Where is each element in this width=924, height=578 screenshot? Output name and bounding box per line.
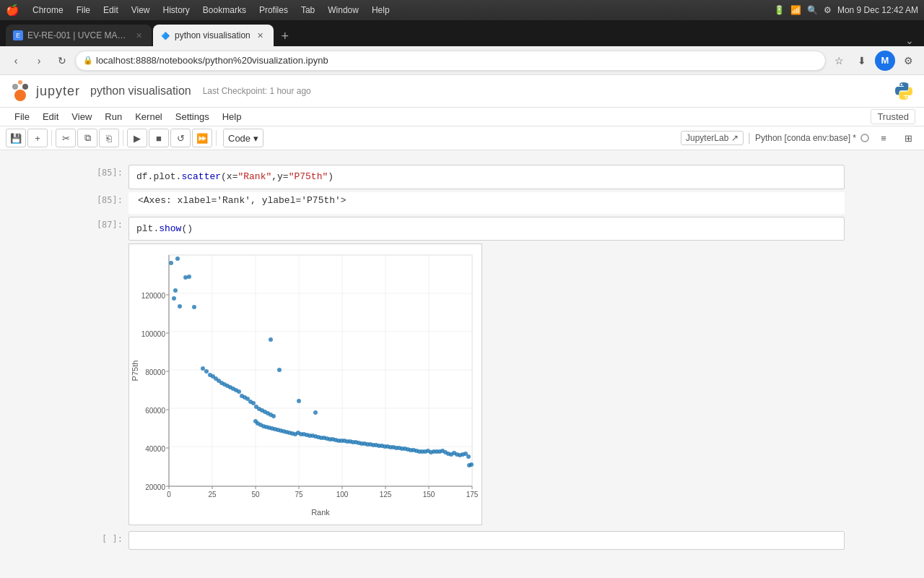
menu-bookmarks[interactable]: Bookmarks — [199, 4, 250, 17]
svg-text:100: 100 — [336, 491, 349, 499]
run-all-button[interactable]: ⏩ — [192, 129, 212, 147]
menu-view[interactable]: View — [127, 4, 154, 17]
svg-point-39 — [172, 296, 176, 301]
svg-point-143 — [467, 463, 471, 467]
svg-point-59 — [251, 401, 256, 405]
svg-point-147 — [183, 275, 188, 280]
lock-icon: 🔒 — [83, 56, 93, 65]
cell-87-content: plt.show() — [129, 217, 844, 241]
interrupt-button[interactable]: ■ — [149, 129, 169, 147]
menu-settings[interactable]: Settings — [170, 109, 215, 124]
paste-button[interactable]: ⎗ — [99, 129, 119, 147]
tab-favicon-1: E — [13, 30, 23, 40]
control-center-icon[interactable]: ⚙ — [824, 5, 832, 15]
address-bar: ‹ › ↻ 🔒 localhost:8888/notebooks/python%… — [0, 46, 924, 75]
menu-run[interactable]: Run — [99, 109, 128, 124]
kernel-name: Python [conda env:base] * — [755, 133, 856, 143]
jupyter-logo: jupyter — [9, 79, 80, 103]
kernel-list-button[interactable]: ≡ — [873, 129, 894, 147]
svg-point-151 — [313, 410, 318, 415]
menu-history[interactable]: History — [159, 4, 194, 17]
tab-favicon-2: 🔷 — [160, 30, 170, 40]
tab-ev-marvel[interactable]: E EV-RE-001 | UVCE MARVEL ✕ — [6, 25, 152, 46]
menu-edit[interactable]: Edit — [37, 109, 64, 124]
cell-85-number: [85]: — [79, 165, 123, 189]
cell-type-select[interactable]: Code ▾ — [223, 129, 263, 147]
restart-button[interactable]: ↺ — [170, 129, 191, 147]
svg-point-0 — [14, 90, 26, 101]
svg-point-3 — [18, 80, 22, 85]
back-button[interactable]: ‹ — [6, 51, 26, 71]
download-button[interactable]: ⬇ — [852, 51, 872, 71]
tab-title-2: python visualisation — [175, 30, 250, 40]
address-box[interactable]: 🔒 localhost:8888/notebooks/python%20visu… — [75, 51, 826, 71]
checkpoint-label: Last Checkpoint: 1 hour ago — [203, 86, 311, 96]
notebook-title[interactable]: python visualisation — [90, 85, 191, 98]
run-button[interactable]: ▶ — [127, 129, 147, 147]
tab-close-1[interactable]: ✕ — [133, 30, 144, 41]
titlebar: 🍎 Chrome File Edit View History Bookmark… — [0, 0, 924, 20]
add-cell-button[interactable]: + — [27, 129, 48, 147]
menu-help[interactable]: Help — [217, 109, 248, 124]
menu-file[interactable]: File — [9, 109, 35, 124]
svg-point-66 — [271, 414, 276, 418]
wifi-icon: 📶 — [790, 5, 801, 15]
tab-close-2[interactable]: ✕ — [255, 30, 266, 41]
svg-point-146 — [175, 256, 180, 261]
menu-tab[interactable]: Tab — [297, 4, 319, 17]
svg-point-4 — [901, 84, 902, 85]
svg-text:40000: 40000 — [145, 445, 165, 453]
svg-text:75: 75 — [295, 491, 303, 499]
profile-button[interactable]: M — [875, 51, 895, 71]
tab-strip-menu[interactable]: ⌄ — [905, 35, 914, 46]
forward-button[interactable]: › — [29, 51, 49, 71]
cell-85-out-body: <Axes: xlabel='Rank', ylabel='P75th'> — [128, 192, 845, 214]
cell-87-body[interactable]: plt.show() — [128, 217, 845, 241]
copy-button[interactable]: ⧉ — [77, 129, 97, 147]
svg-point-148 — [187, 275, 191, 279]
kernel-grid-button[interactable]: ⊞ — [898, 129, 918, 147]
save-button[interactable]: 💾 — [6, 129, 26, 147]
notebook-area: jupyter python visualisation Last Checkp… — [0, 75, 924, 578]
svg-text:Rank: Rank — [311, 508, 330, 517]
cut-button[interactable]: ✂ — [56, 129, 76, 147]
svg-point-38 — [169, 261, 173, 265]
empty-cell-body[interactable] — [128, 531, 845, 550]
svg-text:0: 0 — [167, 491, 171, 499]
trusted-badge[interactable]: Trusted — [871, 109, 915, 124]
svg-point-42 — [201, 366, 205, 371]
menu-view[interactable]: View — [66, 109, 97, 124]
toolbar-separator-2 — [123, 130, 123, 146]
menu-edit[interactable]: Edit — [99, 4, 123, 17]
address-text: localhost:8888/notebooks/python%20visual… — [96, 55, 328, 66]
svg-text:P75th: P75th — [131, 361, 139, 381]
toolbar-separator-3 — [216, 130, 217, 146]
jupyter-header-right — [892, 79, 915, 103]
svg-text:50: 50 — [251, 491, 260, 499]
menu-file[interactable]: File — [72, 4, 95, 17]
menu-chrome[interactable]: Chrome — [28, 4, 68, 17]
menu-kernel[interactable]: Kernel — [129, 109, 168, 124]
jupyter-menubar: File Edit View Run Kernel Settings Help … — [0, 108, 924, 126]
svg-text:100000: 100000 — [141, 330, 166, 338]
cell-85-content: df.plot.scatter(x="Rank",y="P75th") — [129, 165, 844, 189]
bookmark-star-button[interactable]: ☆ — [829, 51, 849, 71]
cell-85-out-number: [85]: — [79, 192, 123, 214]
cell-85-out-text: <Axes: xlabel='Rank', ylabel='P75th'> — [131, 192, 845, 209]
svg-point-54 — [237, 389, 241, 394]
svg-point-2 — [22, 84, 28, 90]
new-tab-button[interactable]: + — [275, 26, 295, 46]
svg-text:125: 125 — [380, 491, 392, 499]
extensions-button[interactable]: ⚙ — [898, 51, 918, 71]
jupyterlab-button[interactable]: JupyterLab ↗ — [681, 131, 744, 145]
svg-text:25: 25 — [208, 491, 217, 499]
refresh-button[interactable]: ↻ — [52, 51, 72, 71]
tab-python-vis[interactable]: 🔷 python visualisation ✕ — [153, 25, 274, 46]
menu-window[interactable]: Window — [323, 4, 363, 17]
menu-profiles[interactable]: Profiles — [255, 4, 292, 17]
jupyter-header: jupyter python visualisation Last Checkp… — [0, 75, 924, 108]
menu-help[interactable]: Help — [367, 4, 394, 17]
jupyter-toolbar: 💾 + ✂ ⧉ ⎗ ▶ ■ ↺ ⏩ Code ▾ JupyterLab ↗ | … — [0, 126, 924, 150]
search-icon[interactable]: 🔍 — [807, 5, 818, 15]
cell-85-body[interactable]: df.plot.scatter(x="Rank",y="P75th") — [128, 165, 845, 189]
